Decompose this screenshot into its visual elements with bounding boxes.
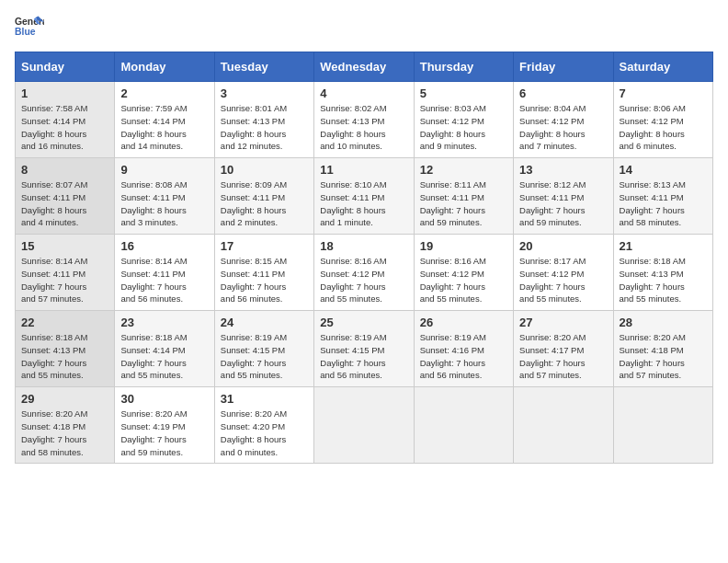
calendar-cell: 5Sunrise: 8:03 AM Sunset: 4:12 PM Daylig… <box>414 82 513 158</box>
calendar-cell: 8Sunrise: 8:07 AM Sunset: 4:11 PM Daylig… <box>16 158 115 235</box>
day-number: 31 <box>221 392 308 406</box>
week-row-1: 1Sunrise: 7:58 AM Sunset: 4:14 PM Daylig… <box>16 82 713 158</box>
day-info: Sunrise: 8:04 AM Sunset: 4:12 PM Dayligh… <box>519 102 607 153</box>
day-number: 7 <box>620 86 707 100</box>
day-number: 10 <box>221 163 308 177</box>
day-info: Sunrise: 8:13 AM Sunset: 4:11 PM Dayligh… <box>620 178 707 229</box>
day-info: Sunrise: 8:18 AM Sunset: 4:13 PM Dayligh… <box>21 331 108 382</box>
page-header: General Blue <box>15 15 713 40</box>
day-info: Sunrise: 8:17 AM Sunset: 4:12 PM Dayligh… <box>519 255 607 305</box>
day-number: 22 <box>21 316 108 329</box>
day-info: Sunrise: 8:02 AM Sunset: 4:13 PM Dayligh… <box>320 102 407 153</box>
calendar-cell: 20Sunrise: 8:17 AM Sunset: 4:12 PM Dayli… <box>514 235 613 311</box>
calendar-cell: 27Sunrise: 8:20 AM Sunset: 4:17 PM Dayli… <box>514 311 613 387</box>
day-info: Sunrise: 8:20 AM Sunset: 4:19 PM Dayligh… <box>120 408 208 458</box>
day-info: Sunrise: 8:03 AM Sunset: 4:12 PM Dayligh… <box>420 102 507 153</box>
weekday-header-row: SundayMondayTuesdayWednesdayThursdayFrid… <box>16 52 713 82</box>
calendar-cell: 13Sunrise: 8:12 AM Sunset: 4:11 PM Dayli… <box>514 158 613 235</box>
day-info: Sunrise: 8:19 AM Sunset: 4:16 PM Dayligh… <box>420 331 507 382</box>
calendar-cell: 1Sunrise: 7:58 AM Sunset: 4:14 PM Daylig… <box>16 82 115 158</box>
day-info: Sunrise: 7:58 AM Sunset: 4:14 PM Dayligh… <box>21 102 108 153</box>
calendar-cell: 6Sunrise: 8:04 AM Sunset: 4:12 PM Daylig… <box>514 82 613 158</box>
calendar-cell: 23Sunrise: 8:18 AM Sunset: 4:14 PM Dayli… <box>115 311 214 387</box>
calendar-cell: 12Sunrise: 8:11 AM Sunset: 4:11 PM Dayli… <box>414 158 513 235</box>
day-number: 8 <box>21 163 108 177</box>
day-info: Sunrise: 8:20 AM Sunset: 4:18 PM Dayligh… <box>21 408 108 458</box>
day-number: 6 <box>519 86 607 100</box>
calendar-cell <box>613 387 712 464</box>
day-info: Sunrise: 8:19 AM Sunset: 4:15 PM Dayligh… <box>221 331 308 382</box>
calendar-cell: 26Sunrise: 8:19 AM Sunset: 4:16 PM Dayli… <box>414 311 513 387</box>
day-number: 23 <box>120 316 208 329</box>
day-info: Sunrise: 8:16 AM Sunset: 4:12 PM Dayligh… <box>420 255 507 305</box>
calendar-cell: 16Sunrise: 8:14 AM Sunset: 4:11 PM Dayli… <box>115 235 214 311</box>
calendar-cell: 24Sunrise: 8:19 AM Sunset: 4:15 PM Dayli… <box>214 311 313 387</box>
calendar-cell: 10Sunrise: 8:09 AM Sunset: 4:11 PM Dayli… <box>214 158 313 235</box>
calendar-cell: 29Sunrise: 8:20 AM Sunset: 4:18 PM Dayli… <box>16 387 115 464</box>
day-info: Sunrise: 8:14 AM Sunset: 4:11 PM Dayligh… <box>21 255 108 305</box>
calendar-cell: 4Sunrise: 8:02 AM Sunset: 4:13 PM Daylig… <box>314 82 414 158</box>
day-info: Sunrise: 8:07 AM Sunset: 4:11 PM Dayligh… <box>21 178 108 229</box>
day-info: Sunrise: 8:12 AM Sunset: 4:11 PM Dayligh… <box>519 178 607 229</box>
week-row-5: 29Sunrise: 8:20 AM Sunset: 4:18 PM Dayli… <box>16 387 713 464</box>
day-info: Sunrise: 8:15 AM Sunset: 4:11 PM Dayligh… <box>221 255 308 305</box>
day-number: 26 <box>420 316 507 329</box>
calendar-cell: 28Sunrise: 8:20 AM Sunset: 4:18 PM Dayli… <box>613 311 712 387</box>
calendar-cell: 17Sunrise: 8:15 AM Sunset: 4:11 PM Dayli… <box>214 235 313 311</box>
day-number: 19 <box>420 239 507 253</box>
calendar-cell: 14Sunrise: 8:13 AM Sunset: 4:11 PM Dayli… <box>613 158 712 235</box>
day-number: 3 <box>221 86 308 100</box>
day-number: 27 <box>519 316 607 329</box>
calendar-cell <box>514 387 613 464</box>
calendar-cell: 18Sunrise: 8:16 AM Sunset: 4:12 PM Dayli… <box>314 235 414 311</box>
day-number: 29 <box>21 392 108 406</box>
calendar-cell: 15Sunrise: 8:14 AM Sunset: 4:11 PM Dayli… <box>16 235 115 311</box>
day-info: Sunrise: 8:11 AM Sunset: 4:11 PM Dayligh… <box>420 178 507 229</box>
calendar-cell: 31Sunrise: 8:20 AM Sunset: 4:20 PM Dayli… <box>214 387 313 464</box>
day-number: 12 <box>420 163 507 177</box>
day-number: 25 <box>320 316 407 329</box>
day-number: 30 <box>120 392 208 406</box>
day-number: 17 <box>221 239 308 253</box>
day-info: Sunrise: 8:16 AM Sunset: 4:12 PM Dayligh… <box>320 255 407 305</box>
calendar-cell: 30Sunrise: 8:20 AM Sunset: 4:19 PM Dayli… <box>115 387 214 464</box>
day-number: 20 <box>519 239 607 253</box>
day-number: 2 <box>120 86 208 100</box>
calendar-table: SundayMondayTuesdayWednesdayThursdayFrid… <box>15 52 713 464</box>
weekday-header-friday: Friday <box>514 52 613 82</box>
logo-icon: General Blue <box>15 15 44 40</box>
weekday-header-monday: Monday <box>115 52 214 82</box>
day-info: Sunrise: 8:19 AM Sunset: 4:15 PM Dayligh… <box>320 331 407 382</box>
day-number: 9 <box>120 163 208 177</box>
day-info: Sunrise: 8:01 AM Sunset: 4:13 PM Dayligh… <box>221 102 308 153</box>
day-info: Sunrise: 8:20 AM Sunset: 4:18 PM Dayligh… <box>620 331 707 382</box>
logo: General Blue <box>15 15 44 40</box>
day-info: Sunrise: 8:20 AM Sunset: 4:17 PM Dayligh… <box>519 331 607 382</box>
day-info: Sunrise: 8:18 AM Sunset: 4:13 PM Dayligh… <box>620 255 707 305</box>
day-number: 5 <box>420 86 507 100</box>
day-info: Sunrise: 8:09 AM Sunset: 4:11 PM Dayligh… <box>221 178 308 229</box>
day-number: 13 <box>519 163 607 177</box>
day-info: Sunrise: 8:10 AM Sunset: 4:11 PM Dayligh… <box>320 178 407 229</box>
calendar-cell <box>414 387 513 464</box>
day-info: Sunrise: 8:08 AM Sunset: 4:11 PM Dayligh… <box>120 178 208 229</box>
day-info: Sunrise: 8:14 AM Sunset: 4:11 PM Dayligh… <box>120 255 208 305</box>
week-row-2: 8Sunrise: 8:07 AM Sunset: 4:11 PM Daylig… <box>16 158 713 235</box>
weekday-header-tuesday: Tuesday <box>214 52 313 82</box>
week-row-3: 15Sunrise: 8:14 AM Sunset: 4:11 PM Dayli… <box>16 235 713 311</box>
calendar-cell <box>314 387 414 464</box>
calendar-cell: 19Sunrise: 8:16 AM Sunset: 4:12 PM Dayli… <box>414 235 513 311</box>
day-info: Sunrise: 8:18 AM Sunset: 4:14 PM Dayligh… <box>120 331 208 382</box>
weekday-header-thursday: Thursday <box>414 52 513 82</box>
week-row-4: 22Sunrise: 8:18 AM Sunset: 4:13 PM Dayli… <box>16 311 713 387</box>
weekday-header-sunday: Sunday <box>16 52 115 82</box>
calendar-cell: 22Sunrise: 8:18 AM Sunset: 4:13 PM Dayli… <box>16 311 115 387</box>
day-number: 16 <box>120 239 208 253</box>
calendar-cell: 2Sunrise: 7:59 AM Sunset: 4:14 PM Daylig… <box>115 82 214 158</box>
calendar-cell: 21Sunrise: 8:18 AM Sunset: 4:13 PM Dayli… <box>613 235 712 311</box>
calendar-cell: 7Sunrise: 8:06 AM Sunset: 4:12 PM Daylig… <box>613 82 712 158</box>
day-number: 28 <box>620 316 707 329</box>
weekday-header-wednesday: Wednesday <box>314 52 414 82</box>
day-number: 15 <box>21 239 108 253</box>
day-info: Sunrise: 7:59 AM Sunset: 4:14 PM Dayligh… <box>120 102 208 153</box>
